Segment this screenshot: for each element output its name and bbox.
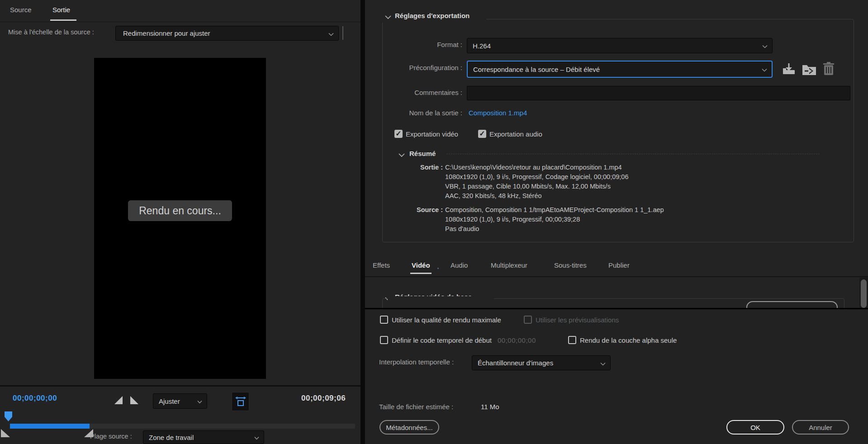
current-timecode[interactable]: 00;00;00;00	[13, 394, 57, 403]
tabs-separator	[365, 276, 868, 277]
export-video-checkbox[interactable]: ✓	[394, 130, 403, 138]
interpolation-value: Échantillonneur d'images	[478, 359, 553, 367]
checkmark-icon: ✓	[479, 130, 485, 137]
scrollbar-track[interactable]	[859, 278, 868, 308]
transport-bar: 00;00;00;00 Ajuster 00;00;09;06	[0, 385, 360, 444]
export-settings-window: Source Sortie Mise à l'échelle de la sou…	[0, 0, 868, 444]
tab-sous-titres[interactable]: Sous-titres	[554, 261, 587, 269]
render-status-text: Rendu en cours...	[139, 205, 221, 217]
alpha-only-checkbox[interactable]	[568, 336, 576, 344]
range-icon	[235, 395, 247, 408]
scale-source-value: Redimensionner pour ajuster	[121, 29, 210, 37]
preview-tab-bar: Source Sortie	[0, 0, 360, 22]
save-preset-icon	[782, 62, 796, 76]
set-out-point-icon[interactable]	[130, 396, 138, 404]
tab-modified-dot	[437, 268, 439, 269]
preset-value: Correspondance à la source – Débit élevé	[473, 66, 600, 73]
start-timecode-label: Définir le code temporel de début	[392, 336, 492, 344]
chevron-down-icon	[762, 66, 767, 73]
preset-dropdown[interactable]: Correspondance à la source – Débit élevé	[467, 61, 773, 78]
format-value: H.264	[473, 42, 491, 50]
video-preview: Rendu en cours...	[94, 58, 266, 379]
checkmark-icon: ✓	[395, 130, 401, 137]
source-range-value: Zone de travail	[149, 434, 194, 441]
interpolation-label: Interpolation temporelle :	[379, 358, 454, 366]
render-status-chip: Rendu en cours...	[128, 200, 232, 221]
summary-output-line: C:\Users\kenop\Videos\retour au placard\…	[445, 164, 622, 171]
chevron-down-icon	[328, 29, 334, 37]
scrollbar-thumb[interactable]	[861, 279, 867, 308]
ok-button[interactable]: OK	[726, 420, 784, 435]
chevron-down-icon	[197, 397, 202, 405]
preset-label: Préconfiguration :	[390, 64, 462, 71]
tab-sortie[interactable]: Sortie	[52, 6, 70, 14]
trash-icon	[822, 61, 835, 76]
summary-chevron-icon[interactable]	[398, 151, 405, 159]
work-area-start-marker[interactable]	[1, 429, 10, 437]
start-timecode-value: 00;00;00;00	[498, 336, 536, 344]
tab-audio[interactable]: Audio	[451, 261, 468, 269]
cancel-button-label: Annuler	[809, 424, 832, 431]
summary-source-label: Source :	[407, 206, 443, 213]
scale-source-dropdown[interactable]: Redimensionner pour ajuster	[115, 26, 339, 41]
format-dropdown[interactable]: H.264	[467, 38, 773, 53]
chevron-down-icon	[762, 42, 768, 50]
import-preset-button[interactable]	[802, 62, 817, 77]
max-render-quality-checkbox[interactable]	[380, 316, 388, 324]
dialog-footer-panel: Utiliser la qualité de rendu maximale Ut…	[365, 308, 868, 444]
tab-sortie-underline	[50, 19, 76, 21]
summary-output-line: AAC, 320 Kbits/s, 48 kHz, Stéréo	[445, 192, 542, 199]
cancel-button[interactable]: Annuler	[792, 420, 849, 435]
tab-video-underline	[410, 273, 432, 274]
source-range-toggle[interactable]	[232, 392, 249, 411]
summary-source-line: Composition, Composition 1 1/tmpAEtoAMEP…	[445, 206, 664, 213]
start-timecode-checkbox[interactable]	[380, 336, 388, 344]
collapse-chevron-icon[interactable]	[385, 13, 391, 21]
zoom-fit-value: Ajuster	[159, 397, 180, 405]
save-preset-button[interactable]	[782, 62, 796, 77]
summary-divider	[446, 154, 820, 154]
ok-button-label: OK	[750, 424, 760, 431]
comments-input[interactable]	[467, 86, 850, 100]
tab-effets[interactable]: Effets	[373, 261, 390, 269]
scrubber-track[interactable]	[10, 424, 355, 429]
source-range-dropdown[interactable]: Zone de travail	[143, 430, 264, 444]
render-progress-bar	[10, 424, 90, 429]
delete-preset-button[interactable]	[822, 61, 835, 77]
export-settings-title: Réglages d'exportation	[395, 12, 470, 19]
panel-divider[interactable]	[360, 0, 365, 444]
max-render-quality-label: Utiliser la qualité de rendu maximale	[392, 316, 501, 324]
export-audio-checkbox[interactable]: ✓	[478, 130, 486, 138]
chevron-down-icon	[600, 359, 606, 367]
summary-source-line: Pas d'audio	[445, 225, 479, 232]
set-in-point-icon[interactable]	[114, 396, 123, 404]
export-video-label: Exportation vidéo	[406, 130, 458, 138]
playhead[interactable]	[5, 411, 12, 422]
interpolation-dropdown[interactable]: Échantillonneur d'images	[472, 355, 611, 370]
tab-video[interactable]: Vidéo	[412, 261, 430, 269]
metadata-button-label: Métadonnées...	[386, 424, 432, 431]
summary-title: Résumé	[409, 150, 436, 157]
chevron-down-icon	[254, 434, 259, 441]
summary-output-label: Sortie :	[407, 164, 443, 171]
summary-source-line: 1080x1920 (1,0), 9 i/s, Progressif, 00;0…	[445, 216, 580, 223]
comments-label: Commentaires :	[390, 89, 462, 96]
tab-publier[interactable]: Publier	[608, 261, 630, 269]
use-previews-label: Utiliser les prévisualisations	[536, 316, 619, 324]
alpha-only-label: Rendu de la couche alpha seule	[580, 336, 677, 344]
tab-source[interactable]: Source	[10, 6, 32, 14]
tab-multiplexeur[interactable]: Multiplexeur	[491, 261, 527, 269]
import-preset-icon	[802, 62, 817, 76]
estimated-size-label: Taille de fichier estimée :	[379, 403, 453, 411]
summary-output-line: VBR, 1 passage, Cible 10,00 Mbits/s, Max…	[445, 183, 611, 190]
duration-timecode: 00;00;09;06	[301, 394, 346, 403]
output-name-link[interactable]: Composition 1.mp4	[469, 109, 527, 117]
export-audio-label: Exportation audio	[489, 130, 542, 138]
metadata-button[interactable]: Métadonnées...	[379, 420, 439, 435]
use-previews-checkbox	[524, 316, 532, 324]
zoom-fit-dropdown[interactable]: Ajuster	[153, 393, 207, 409]
pane-splitter-handle[interactable]	[342, 26, 343, 40]
source-range-label: Plage source :	[90, 433, 132, 440]
output-name-label: Nom de la sortie :	[390, 109, 462, 117]
scale-source-label: Mise à l'échelle de la source :	[8, 28, 94, 36]
